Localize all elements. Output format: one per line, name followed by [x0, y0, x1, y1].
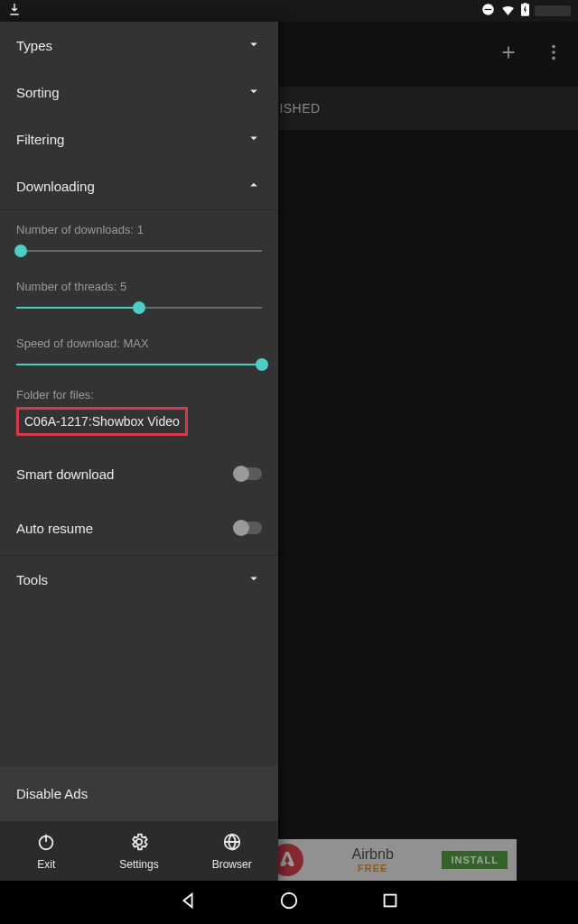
do-not-disturb-icon: [481, 3, 495, 20]
home-button[interactable]: [279, 891, 299, 914]
auto-resume-label: Auto resume: [16, 521, 93, 536]
disable-ads-button[interactable]: Disable Ads: [0, 766, 278, 821]
settings-button[interactable]: Settings: [93, 821, 186, 881]
disable-ads-label: Disable Ads: [16, 786, 88, 801]
num-threads-label: Number of threads: 5: [16, 280, 262, 293]
num-threads-slider[interactable]: [16, 300, 262, 315]
speed-row: Speed of download: MAX: [0, 324, 278, 381]
overflow-menu-button[interactable]: [544, 42, 564, 66]
chevron-down-icon: [246, 570, 262, 589]
ad-subtitle: FREE: [358, 863, 387, 873]
folder-value: C06A-1217:Showbox Video: [24, 414, 180, 429]
num-downloads-label: Number of downloads: 1: [16, 223, 262, 236]
num-downloads-row: Number of downloads: 1: [0, 210, 278, 267]
chevron-down-icon: [246, 36, 262, 55]
svg-rect-1: [485, 8, 492, 9]
android-nav-bar: [0, 881, 578, 924]
svg-rect-3: [524, 3, 527, 5]
drawer-bottom-bar: Exit Settings Browser: [0, 821, 278, 881]
speed-slider[interactable]: [16, 357, 262, 372]
section-downloading[interactable]: Downloading: [0, 162, 278, 209]
globe-icon: [222, 832, 242, 855]
browser-label: Browser: [212, 858, 252, 871]
ad-install-button[interactable]: INSTALL: [442, 851, 508, 869]
power-icon: [36, 832, 56, 855]
chevron-up-icon: [246, 177, 262, 196]
gear-icon: [129, 832, 149, 855]
recents-button[interactable]: [380, 891, 400, 914]
section-filtering-label: Filtering: [16, 132, 64, 147]
battery-charging-icon: [521, 3, 529, 20]
exit-label: Exit: [37, 858, 55, 871]
auto-resume-row[interactable]: Auto resume: [0, 501, 278, 555]
svg-point-6: [552, 57, 555, 60]
folder-label: Folder for files:: [16, 388, 262, 402]
section-tools[interactable]: Tools: [0, 556, 278, 603]
status-spacer: [535, 5, 571, 16]
chevron-down-icon: [246, 83, 262, 102]
section-types-label: Types: [16, 38, 52, 53]
ad-banner[interactable]: Airbnb FREE INSTALL: [262, 839, 517, 881]
svg-point-4: [552, 45, 555, 49]
section-filtering[interactable]: Filtering: [0, 116, 278, 162]
smart-download-row[interactable]: Smart download: [0, 447, 278, 501]
num-downloads-slider[interactable]: [16, 244, 262, 258]
section-types[interactable]: Types: [0, 22, 278, 69]
num-threads-row: Number of threads: 5: [0, 267, 278, 324]
add-button[interactable]: [499, 42, 518, 66]
auto-resume-toggle[interactable]: [233, 522, 262, 534]
ad-title: Airbnb: [352, 846, 394, 863]
speed-label: Speed of download: MAX: [16, 337, 262, 350]
section-sorting-label: Sorting: [16, 85, 60, 100]
browser-button[interactable]: Browser: [185, 821, 278, 881]
chevron-down-icon: [246, 130, 262, 149]
section-sorting[interactable]: Sorting: [0, 69, 278, 116]
folder-highlight: C06A-1217:Showbox Video: [16, 407, 188, 436]
download-notification-icon: [7, 2, 22, 20]
settings-drawer: Types Sorting Filtering Downloading Numb…: [0, 22, 278, 881]
svg-point-5: [552, 51, 555, 54]
wifi-icon: [500, 2, 516, 21]
svg-rect-11: [385, 895, 396, 907]
settings-label: Settings: [119, 858, 158, 871]
section-downloading-label: Downloading: [16, 179, 95, 194]
back-button[interactable]: [178, 891, 198, 914]
folder-row[interactable]: Folder for files: C06A-1217:Showbox Vide…: [0, 381, 278, 447]
svg-point-10: [282, 893, 297, 909]
status-bar: [0, 0, 578, 22]
exit-button[interactable]: Exit: [0, 821, 93, 881]
smart-download-toggle[interactable]: [233, 467, 262, 480]
section-tools-label: Tools: [16, 572, 48, 587]
smart-download-label: Smart download: [16, 467, 114, 482]
